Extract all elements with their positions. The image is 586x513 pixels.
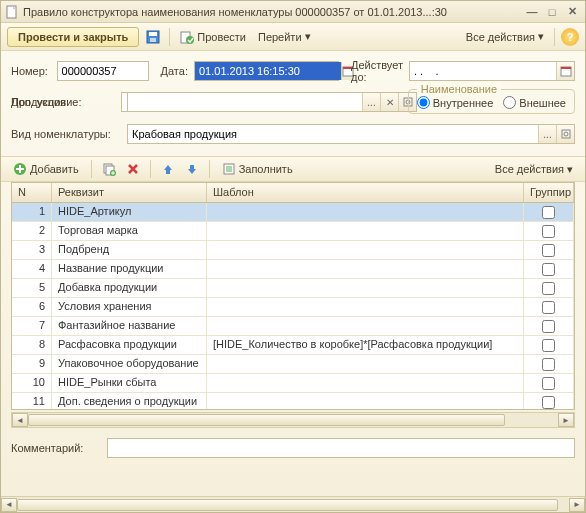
window-title: Правило конструктора наименования номенк… xyxy=(23,6,521,18)
close-button[interactable]: ✕ xyxy=(563,4,581,20)
cell-req: Название продукции xyxy=(52,260,207,278)
cell-n: 10 xyxy=(12,374,52,392)
cell-grp[interactable] xyxy=(524,298,574,316)
cell-req: HIDE_Артикул xyxy=(52,203,207,221)
col-req[interactable]: Реквизит xyxy=(52,183,207,202)
valid-to-label: Действует до: xyxy=(351,59,403,83)
kind-field[interactable] xyxy=(128,125,538,143)
cell-grp[interactable] xyxy=(524,374,574,392)
svg-rect-2 xyxy=(149,32,157,36)
cell-n: 1 xyxy=(12,203,52,221)
cell-n: 6 xyxy=(12,298,52,316)
grid-all-actions-label: Все действия xyxy=(495,163,564,175)
table-row[interactable]: 11Доп. сведения о продукции xyxy=(12,393,574,409)
cell-grp[interactable] xyxy=(524,317,574,335)
cell-grp[interactable] xyxy=(524,393,574,409)
cell-req: Расфасовка продукции xyxy=(52,336,207,354)
col-n[interactable]: N xyxy=(12,183,52,202)
valid-to-field[interactable] xyxy=(410,62,556,80)
copy-icon[interactable] xyxy=(100,160,118,178)
table-row[interactable]: 8Расфасовка продукции[HIDE_Количество в … xyxy=(12,336,574,355)
move-up-icon[interactable] xyxy=(159,160,177,178)
calendar-icon[interactable] xyxy=(556,62,574,80)
cell-tpl xyxy=(207,374,524,392)
cell-tpl xyxy=(207,393,524,409)
svg-rect-3 xyxy=(150,38,156,42)
clear-icon[interactable]: ✕ xyxy=(380,93,398,111)
chevron-down-icon: ▾ xyxy=(305,30,311,43)
table-row[interactable]: 4Название продукции xyxy=(12,260,574,279)
cell-grp[interactable] xyxy=(524,279,574,297)
select-icon[interactable]: ... xyxy=(362,93,380,111)
window-hscroll[interactable]: ◄ ► xyxy=(1,496,585,512)
cell-grp[interactable] xyxy=(524,355,574,373)
svg-rect-9 xyxy=(561,67,571,69)
open-icon[interactable] xyxy=(556,125,574,143)
main-toolbar: Провести и закрыть Провести Перейти ▾ Вс… xyxy=(1,23,585,51)
all-actions-label: Все действия xyxy=(466,31,535,43)
svg-point-15 xyxy=(564,132,568,136)
table-row[interactable]: 5Добавка продукции xyxy=(12,279,574,298)
cell-n: 9 xyxy=(12,355,52,373)
cell-grp[interactable] xyxy=(524,241,574,259)
naming-group-title: Наименование xyxy=(417,83,501,95)
radio-inner[interactable]: Внутреннее xyxy=(417,96,494,109)
cell-n: 7 xyxy=(12,317,52,335)
col-grp[interactable]: Группир xyxy=(524,183,574,202)
select-icon[interactable]: ... xyxy=(538,125,556,143)
cell-tpl xyxy=(207,317,524,335)
scroll-thumb[interactable] xyxy=(17,499,558,511)
post-label: Провести xyxy=(197,31,246,43)
scroll-right-icon[interactable]: ► xyxy=(569,498,585,512)
cell-grp[interactable] xyxy=(524,260,574,278)
add-button[interactable]: Добавить xyxy=(9,160,83,178)
number-label: Номер: xyxy=(11,65,51,77)
col-tpl[interactable]: Шаблон xyxy=(207,183,524,202)
cell-req: Доп. сведения о продукции xyxy=(52,393,207,409)
post-button[interactable]: Провести xyxy=(176,28,250,46)
table-row[interactable]: 2Торговая марка xyxy=(12,222,574,241)
minimize-button[interactable]: — xyxy=(523,4,541,20)
cell-n: 2 xyxy=(12,222,52,240)
grid-all-actions-menu[interactable]: Все действия ▾ xyxy=(491,161,577,178)
scroll-left-icon[interactable]: ◄ xyxy=(1,498,17,512)
svg-rect-14 xyxy=(562,130,570,138)
cell-req: Упаковочное оборудование xyxy=(52,355,207,373)
table-row[interactable]: 7Фантазийное название xyxy=(12,317,574,336)
comment-label: Комментарий: xyxy=(11,442,101,454)
table-row[interactable]: 9Упаковочное оборудование xyxy=(12,355,574,374)
cell-tpl xyxy=(207,279,524,297)
cell-grp[interactable] xyxy=(524,203,574,221)
move-down-icon[interactable] xyxy=(183,160,201,178)
fill-button[interactable]: Заполнить xyxy=(218,160,297,178)
add-label: Добавить xyxy=(30,163,79,175)
number-field[interactable] xyxy=(57,61,149,81)
scroll-left-icon[interactable]: ◄ xyxy=(12,413,28,427)
grid-hscroll[interactable]: ◄ ► xyxy=(11,412,575,428)
all-actions-menu[interactable]: Все действия ▾ xyxy=(462,28,548,45)
help-button[interactable]: ? xyxy=(561,28,579,46)
cell-n: 3 xyxy=(12,241,52,259)
table-row[interactable]: 10HIDE_Рынки сбыта xyxy=(12,374,574,393)
delete-icon[interactable] xyxy=(124,160,142,178)
maximize-button[interactable]: □ xyxy=(543,4,561,20)
table-row[interactable]: 3Подбренд xyxy=(12,241,574,260)
cell-n: 5 xyxy=(12,279,52,297)
table-row[interactable]: 6Условия хранения xyxy=(12,298,574,317)
goto-menu[interactable]: Перейти ▾ xyxy=(254,28,315,45)
cell-grp[interactable] xyxy=(524,222,574,240)
chevron-down-icon: ▾ xyxy=(538,30,544,43)
table-row[interactable]: 1HIDE_Артикул xyxy=(12,203,574,222)
scroll-right-icon[interactable]: ► xyxy=(558,413,574,427)
cell-grp[interactable] xyxy=(524,336,574,354)
post-and-close-button[interactable]: Провести и закрыть xyxy=(7,27,139,47)
save-icon[interactable] xyxy=(143,27,163,47)
cell-tpl xyxy=(207,260,524,278)
scroll-thumb[interactable] xyxy=(28,414,505,426)
cell-req: Торговая марка xyxy=(52,222,207,240)
comment-field[interactable] xyxy=(107,438,575,458)
condition-field[interactable] xyxy=(128,93,362,111)
date-field[interactable] xyxy=(195,62,341,80)
radio-outer[interactable]: Внешнее xyxy=(503,96,566,109)
fill-label: Заполнить xyxy=(239,163,293,175)
